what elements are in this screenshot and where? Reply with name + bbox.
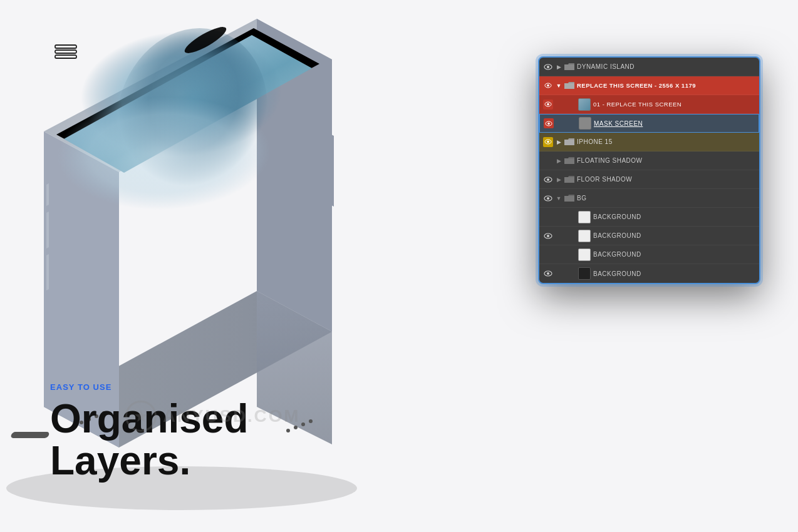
chevron-icon xyxy=(556,270,562,277)
svg-marker-35 xyxy=(135,410,147,422)
headline-line2: Layers. xyxy=(50,440,249,482)
chevron-icon xyxy=(556,214,562,220)
layer-thumbnail xyxy=(578,248,591,261)
eye-icon[interactable] xyxy=(543,175,553,185)
svg-point-10 xyxy=(301,422,305,426)
layers-icon xyxy=(50,38,81,69)
layer-row-replace-01[interactable]: 01 - REPLACE THIS SCREEN xyxy=(539,95,759,114)
eye-icon[interactable] xyxy=(543,193,553,203)
layer-row-dynamic-island[interactable]: ▶ DYNAMIC ISLAND xyxy=(539,58,759,76)
svg-point-28 xyxy=(547,178,549,181)
svg-point-24 xyxy=(547,122,550,125)
layer-label: MASK SCREEN xyxy=(594,120,643,127)
chevron-icon: ▼ xyxy=(556,83,562,89)
layer-label: REPLACE THIS SCREEN - 2556 X 1179 xyxy=(577,82,696,89)
watermark: ANYUSD.COM xyxy=(125,401,300,432)
eye-icon[interactable] xyxy=(543,100,553,110)
eye-icon[interactable] xyxy=(543,250,553,260)
layer-label: BACKGROUND xyxy=(593,232,641,239)
layer-thumbnail xyxy=(578,267,591,280)
tagline: EASY TO USE xyxy=(50,382,249,392)
eye-icon[interactable] xyxy=(543,231,553,241)
watermark-star xyxy=(125,401,157,432)
chevron-icon: ▶ xyxy=(556,176,562,183)
chevron-icon xyxy=(556,120,562,126)
layer-row-bg4[interactable]: BACKGROUND xyxy=(539,264,759,283)
logo-area xyxy=(50,38,81,71)
layers-panel: ▶ DYNAMIC ISLAND ▼ REPLACE THIS SCREEN -… xyxy=(538,56,760,284)
eye-icon[interactable] xyxy=(543,137,553,147)
layer-label: BG xyxy=(577,195,586,202)
folder-icon xyxy=(564,175,574,184)
svg-rect-1 xyxy=(55,50,76,53)
chevron-icon: ▶ xyxy=(556,158,562,164)
layer-thumbnail xyxy=(579,117,591,130)
svg-rect-2 xyxy=(55,45,76,48)
folder-icon xyxy=(564,156,574,165)
layer-label: BACKGROUND xyxy=(593,213,641,220)
layer-label: 01 - REPLACE THIS SCREEN xyxy=(593,101,681,108)
eye-icon[interactable] xyxy=(544,118,554,128)
chevron-icon xyxy=(556,233,562,239)
svg-point-30 xyxy=(547,197,549,200)
layer-label: BACKGROUND xyxy=(593,251,641,258)
layer-row-floor-shadow[interactable]: ▶ FLOOR SHADOW xyxy=(539,170,759,189)
folder-icon xyxy=(564,63,574,71)
chevron-icon xyxy=(556,252,562,258)
svg-point-20 xyxy=(547,84,549,87)
svg-point-32 xyxy=(547,235,549,237)
svg-point-26 xyxy=(547,141,549,143)
eye-icon[interactable] xyxy=(543,81,553,91)
eye-icon[interactable] xyxy=(543,62,553,72)
layer-thumbnail xyxy=(578,98,591,111)
layer-row-bg1[interactable]: BACKGROUND xyxy=(539,208,759,227)
layer-row-replace-screen[interactable]: ▼ REPLACE THIS SCREEN - 2556 X 1179 xyxy=(539,76,759,95)
svg-rect-7 xyxy=(10,432,50,438)
layer-thumbnail xyxy=(578,211,591,223)
folder-icon xyxy=(564,194,574,203)
bottom-text-area: EASY TO USE Organised Layers. xyxy=(50,382,249,482)
folder-icon xyxy=(564,138,574,146)
watermark-text: ANYUSD.COM xyxy=(163,406,300,426)
layer-label: FLOOR SHADOW xyxy=(577,176,632,183)
folder-icon xyxy=(564,81,574,90)
layer-label: BACKGROUND xyxy=(593,270,641,277)
layer-row-mask-screen[interactable]: MASK SCREEN xyxy=(539,114,759,133)
layer-row-bg[interactable]: ▼ BG xyxy=(539,189,759,208)
svg-point-18 xyxy=(547,66,549,68)
layer-row-bg2[interactable]: BACKGROUND xyxy=(539,227,759,245)
layer-thumbnail xyxy=(578,230,591,242)
chevron-icon xyxy=(556,101,562,108)
layer-row-bg3[interactable]: BACKGROUND xyxy=(539,245,759,264)
layer-label: IPHONE 15 xyxy=(577,138,613,145)
chevron-icon: ▶ xyxy=(556,139,562,145)
svg-point-34 xyxy=(547,272,549,275)
svg-point-11 xyxy=(309,419,313,423)
layer-row-floating-shadow[interactable]: ▶ FLOATING SHADOW xyxy=(539,151,759,170)
layer-label: FLOATING SHADOW xyxy=(577,157,643,164)
chevron-icon: ▶ xyxy=(556,64,562,70)
svg-rect-0 xyxy=(55,55,76,58)
layer-label: DYNAMIC ISLAND xyxy=(577,63,635,70)
chevron-icon: ▼ xyxy=(556,195,562,202)
eye-icon[interactable] xyxy=(543,212,553,222)
eye-icon[interactable] xyxy=(543,156,553,166)
svg-point-22 xyxy=(547,103,549,106)
eye-icon[interactable] xyxy=(543,269,553,279)
layer-row-iphone15[interactable]: ▶ IPHONE 15 xyxy=(539,133,759,151)
